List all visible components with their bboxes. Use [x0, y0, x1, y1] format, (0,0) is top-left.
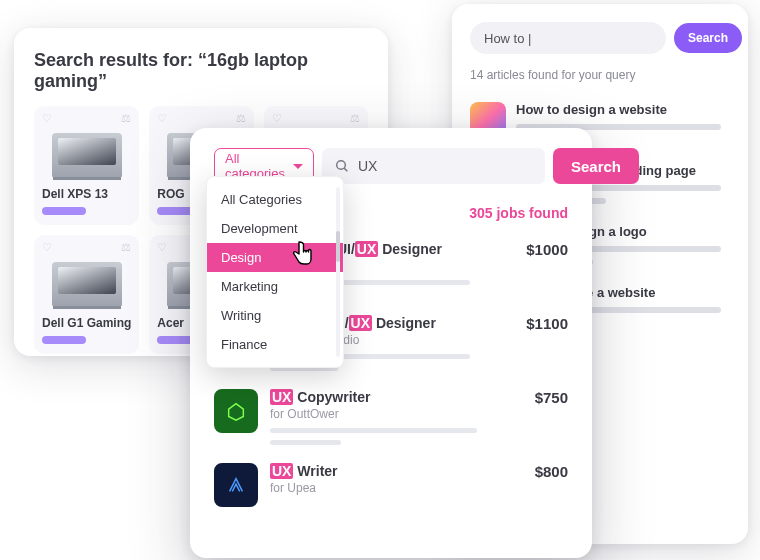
jobs-search-input[interactable] — [358, 158, 533, 174]
product-tile[interactable]: ♡⚖ Dell G1 Gaming — [34, 235, 139, 354]
heart-icon[interactable]: ♡ — [157, 241, 167, 254]
job-title: UX Writer — [270, 463, 523, 479]
job-item[interactable]: UX Writer for Upea $800 — [214, 463, 568, 507]
laptop-icon — [52, 133, 122, 177]
compare-icon[interactable]: ⚖ — [121, 112, 131, 125]
skeleton-line — [270, 428, 477, 433]
heart-icon[interactable]: ♡ — [272, 112, 282, 125]
jobs-found-count: 305 jobs found — [469, 205, 568, 221]
jobs-search-field[interactable] — [322, 148, 545, 184]
product-tile[interactable]: ♡⚖ Dell XPS 13 — [34, 106, 139, 225]
dropdown-option-active[interactable]: Design — [207, 243, 343, 272]
job-price: $750 — [535, 389, 568, 445]
job-company: for Upea — [270, 481, 523, 495]
job-price: $1000 — [526, 241, 568, 297]
job-company: for OuttOwer — [270, 407, 523, 421]
jobs-search-button[interactable]: Search — [553, 148, 639, 184]
chevron-down-icon — [293, 164, 303, 169]
dropdown-option[interactable]: Marketing — [207, 272, 343, 301]
article-title: How to design a website — [516, 102, 730, 117]
svg-line-1 — [344, 168, 347, 171]
job-title: UX Copywriter — [270, 389, 523, 405]
dropdown-option[interactable]: All Categories — [207, 185, 343, 214]
skeleton-line — [270, 440, 341, 445]
article-search-button[interactable]: Search — [674, 23, 742, 53]
pointer-cursor-icon — [290, 240, 314, 266]
heart-icon[interactable]: ♡ — [157, 112, 167, 125]
dropdown-option[interactable]: Development — [207, 214, 343, 243]
category-dropdown[interactable]: All Categories Development Design Market… — [206, 176, 344, 368]
product-name: Dell XPS 13 — [42, 187, 131, 201]
job-price: $800 — [535, 463, 568, 507]
search-icon — [334, 158, 350, 174]
price-pill — [42, 336, 86, 344]
laptop-icon — [52, 262, 122, 306]
article-results-count: 14 articles found for your query — [470, 68, 730, 82]
dropdown-scrollbar[interactable] — [336, 187, 340, 357]
products-heading: Search results for: “16gb laptop gaming” — [34, 50, 368, 92]
compare-icon[interactable]: ⚖ — [121, 241, 131, 254]
product-name: Dell G1 Gaming — [42, 316, 131, 330]
job-price: $1100 — [526, 315, 568, 371]
dropdown-option[interactable]: Writing — [207, 301, 343, 330]
svg-point-0 — [337, 161, 346, 170]
job-item[interactable]: UX Copywriter for OuttOwer $750 — [214, 389, 568, 445]
compare-icon[interactable]: ⚖ — [236, 112, 246, 125]
heart-icon[interactable]: ♡ — [42, 241, 52, 254]
price-pill — [42, 207, 86, 215]
company-logo — [214, 389, 258, 433]
article-search-input[interactable] — [470, 22, 666, 54]
company-logo — [214, 463, 258, 507]
article-search-bar: Search — [470, 22, 730, 54]
heart-icon[interactable]: ♡ — [42, 112, 52, 125]
compare-icon[interactable]: ⚖ — [350, 112, 360, 125]
dropdown-option[interactable]: Finance — [207, 330, 343, 359]
